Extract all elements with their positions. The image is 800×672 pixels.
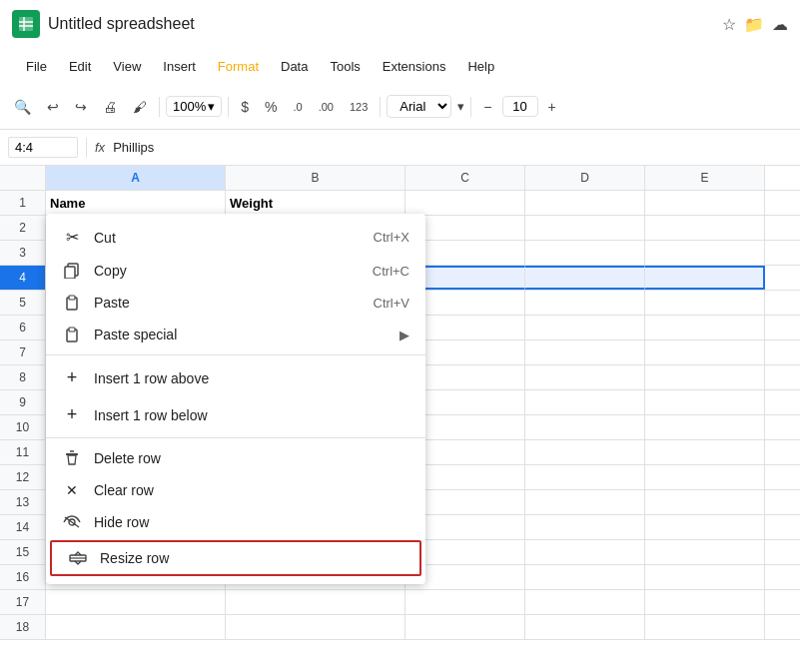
cell-e6[interactable] [645, 316, 765, 339]
font-select[interactable]: Arial [387, 95, 451, 118]
cell-e15[interactable] [645, 540, 765, 564]
menu-view[interactable]: View [103, 55, 151, 78]
row-num-3[interactable]: 3 [0, 241, 46, 265]
row-num-2[interactable]: 2 [0, 216, 46, 240]
cell-reference-input[interactable] [8, 137, 78, 158]
menu-format[interactable]: Format [208, 55, 269, 78]
font-size-input[interactable] [502, 96, 538, 117]
cell-e18[interactable] [645, 615, 765, 639]
col-header-b[interactable]: B [226, 166, 405, 190]
row-num-6[interactable]: 6 [0, 316, 46, 339]
row-num-14[interactable]: 14 [0, 515, 46, 539]
context-menu-copy[interactable]: Copy Ctrl+C [46, 255, 425, 287]
cell-d18[interactable] [525, 615, 645, 639]
cell-e1[interactable] [645, 191, 765, 215]
col-header-e[interactable]: E [645, 166, 765, 190]
star-icon[interactable]: ☆ [722, 15, 736, 34]
cell-e5[interactable] [645, 291, 765, 315]
undo-button[interactable]: ↩ [41, 95, 65, 119]
cell-a17[interactable] [46, 590, 226, 614]
cell-d3[interactable] [525, 241, 645, 265]
cell-c18[interactable] [405, 615, 525, 639]
cell-d14[interactable] [525, 515, 645, 539]
cell-d11[interactable] [525, 440, 645, 464]
cell-d8[interactable] [525, 365, 645, 389]
context-menu-hide-row[interactable]: Hide row [46, 506, 425, 538]
row-num-10[interactable]: 10 [0, 415, 46, 439]
print-button[interactable]: 🖨 [97, 95, 123, 119]
cell-d2[interactable] [525, 216, 645, 240]
context-menu-insert-below[interactable]: + Insert 1 row below [46, 396, 425, 433]
row-num-8[interactable]: 8 [0, 365, 46, 389]
increase-font-button[interactable]: + [542, 95, 562, 119]
context-menu-cut[interactable]: ✂ Cut Ctrl+X [46, 220, 425, 255]
cell-d5[interactable] [525, 291, 645, 315]
cell-d9[interactable] [525, 390, 645, 414]
row-num-17[interactable]: 17 [0, 590, 46, 614]
cell-e7[interactable] [645, 340, 765, 364]
row-num-15[interactable]: 15 [0, 540, 46, 564]
cell-d7[interactable] [525, 340, 645, 364]
search-button[interactable]: 🔍 [8, 95, 37, 119]
cell-a18[interactable] [46, 615, 226, 639]
cell-d10[interactable] [525, 415, 645, 439]
context-menu-delete-row[interactable]: Delete row [46, 442, 425, 474]
cell-b1[interactable]: Weight [226, 191, 405, 215]
menu-extensions[interactable]: Extensions [373, 55, 456, 78]
cell-e9[interactable] [645, 390, 765, 414]
percent-button[interactable]: % [259, 95, 283, 119]
cell-e16[interactable] [645, 565, 765, 589]
cell-d13[interactable] [525, 490, 645, 514]
row-num-12[interactable]: 12 [0, 465, 46, 489]
context-menu-insert-above[interactable]: + Insert 1 row above [46, 359, 425, 396]
cell-c1[interactable] [405, 191, 525, 215]
cell-e4[interactable] [645, 266, 765, 290]
cell-e11[interactable] [645, 440, 765, 464]
paint-format-button[interactable]: 🖌 [127, 95, 153, 119]
cell-d6[interactable] [525, 316, 645, 339]
col-header-a[interactable]: A [46, 166, 226, 190]
cell-b17[interactable] [226, 590, 405, 614]
row-num-11[interactable]: 11 [0, 440, 46, 464]
decrease-decimal-button[interactable]: .0 [288, 97, 309, 117]
row-num-5[interactable]: 5 [0, 291, 46, 315]
decrease-font-button[interactable]: − [477, 95, 497, 119]
col-header-d[interactable]: D [525, 166, 645, 190]
menu-help[interactable]: Help [457, 55, 504, 78]
row-num-4[interactable]: 4 [0, 266, 46, 290]
cell-c17[interactable] [405, 590, 525, 614]
cell-e14[interactable] [645, 515, 765, 539]
menu-edit[interactable]: Edit [59, 55, 101, 78]
cell-a1[interactable]: Name [46, 191, 226, 215]
cell-e13[interactable] [645, 490, 765, 514]
row-num-18[interactable]: 18 [0, 615, 46, 639]
cell-e8[interactable] [645, 365, 765, 389]
cell-e10[interactable] [645, 415, 765, 439]
context-menu-resize-row[interactable]: Resize row [50, 540, 421, 576]
row-num-13[interactable]: 13 [0, 490, 46, 514]
cell-d16[interactable] [525, 565, 645, 589]
currency-button[interactable]: $ [235, 95, 255, 119]
cell-d15[interactable] [525, 540, 645, 564]
redo-button[interactable]: ↪ [69, 95, 93, 119]
row-num-1[interactable]: 1 [0, 191, 46, 215]
cell-e12[interactable] [645, 465, 765, 489]
menu-insert[interactable]: Insert [153, 55, 206, 78]
menu-file[interactable]: File [16, 55, 57, 78]
row-num-16[interactable]: 16 [0, 565, 46, 589]
cell-d17[interactable] [525, 590, 645, 614]
cell-e2[interactable] [645, 216, 765, 240]
cell-e3[interactable] [645, 241, 765, 265]
zoom-control[interactable]: 100% ▾ [166, 96, 222, 117]
context-menu-clear-row[interactable]: ✕ Clear row [46, 474, 425, 506]
context-menu-paste-special[interactable]: Paste special ▶ [46, 319, 425, 350]
menu-data[interactable]: Data [271, 55, 318, 78]
col-header-c[interactable]: C [405, 166, 525, 190]
format-123-button[interactable]: 123 [344, 97, 374, 117]
cell-d1[interactable] [525, 191, 645, 215]
menu-tools[interactable]: Tools [320, 55, 370, 78]
cell-d12[interactable] [525, 465, 645, 489]
increase-decimal-button[interactable]: .00 [313, 97, 340, 117]
row-num-9[interactable]: 9 [0, 390, 46, 414]
row-num-7[interactable]: 7 [0, 340, 46, 364]
